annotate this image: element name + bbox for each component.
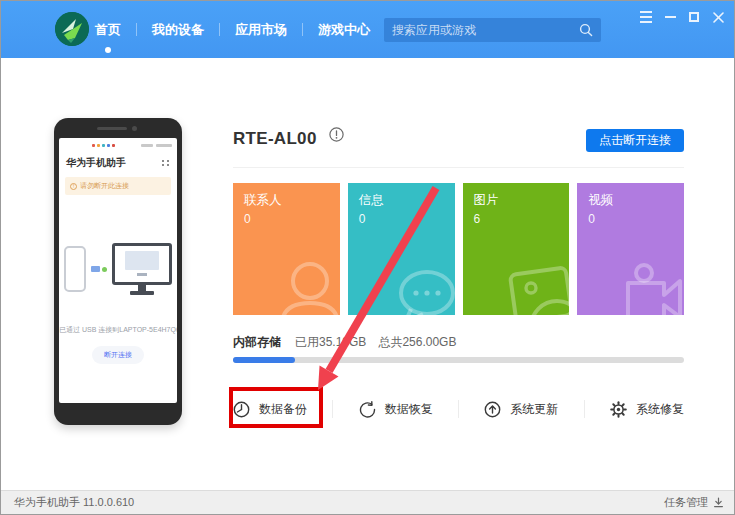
nav-label: 首页 (95, 22, 121, 37)
nav-item-home[interactable]: 首页 (93, 21, 123, 39)
phone-outline-icon (64, 246, 86, 292)
storage-label: 内部存储 (233, 334, 281, 351)
nav-divider (302, 23, 303, 36)
task-manager-button[interactable]: 任务管理 (664, 495, 724, 510)
device-info-icon[interactable] (329, 127, 344, 146)
card-count: 0 (359, 212, 444, 226)
nav-item-app-market[interactable]: 应用市场 (233, 21, 289, 39)
nav-label: 游戏中心 (318, 22, 370, 37)
usb-connection-illustration (59, 243, 177, 295)
phone-status-time (141, 144, 172, 147)
card-count: 0 (588, 212, 673, 226)
search-box (384, 18, 601, 42)
nav-label: 我的设备 (152, 22, 204, 37)
card-label: 信息 (359, 192, 444, 209)
card-label: 图片 (474, 192, 559, 209)
card-label: 联系人 (244, 192, 329, 209)
contacts-icon (270, 255, 340, 315)
phone-camera-dot (132, 126, 137, 131)
storage-progress-fill (233, 357, 295, 363)
action-divider (458, 400, 459, 418)
hisuite-window: 首页 我的设备 应用市场 游戏中心 更多服务 (0, 0, 735, 515)
storage-used: 已用35.19GB (295, 334, 366, 351)
action-label: 系统更新 (510, 401, 558, 418)
card-label: 视频 (588, 192, 673, 209)
alert-text: 请勿断开此连接 (80, 181, 129, 191)
phone-disconnect-pill: 断开连接 (92, 346, 144, 364)
nav-label: 应用市场 (235, 22, 287, 37)
backup-clock-icon (233, 401, 250, 418)
phone-app-header: 华为手机助手 (59, 150, 177, 174)
device-name: RTE-AL00 (233, 129, 317, 149)
card-pictures[interactable]: 图片 6 (463, 183, 570, 315)
maximize-button[interactable] (686, 9, 702, 25)
action-label: 数据恢复 (385, 401, 433, 418)
connected-phone-preview: 华为手机助手 ! 请勿断开此连接 已通过 USB 连接到LAPTOP-5E4H7… (54, 118, 182, 425)
action-system-update[interactable]: 系统更新 (484, 401, 558, 418)
phone-menu-icon (162, 160, 170, 166)
close-button[interactable] (710, 9, 726, 25)
card-messages[interactable]: 信息 0 (348, 183, 455, 315)
hisuite-logo-icon (55, 12, 89, 46)
monitor-icon (112, 243, 172, 295)
statusbar: 华为手机助手 11.0.0.610 任务管理 (1, 490, 735, 514)
restore-arc-icon (359, 401, 376, 418)
app-version-text: 华为手机助手 11.0.0.610 (14, 495, 134, 510)
task-manager-label: 任务管理 (664, 495, 708, 510)
download-icon (713, 497, 724, 508)
active-page-dot (105, 47, 111, 53)
disconnect-button[interactable]: 点击断开连接 (586, 129, 684, 152)
nav-divider (219, 23, 220, 36)
phone-app-title: 华为手机助手 (66, 156, 126, 170)
window-controls (638, 9, 726, 25)
nav-item-my-devices[interactable]: 我的设备 (150, 21, 206, 39)
card-contacts[interactable]: 联系人 0 (233, 183, 340, 315)
search-input[interactable] (384, 18, 579, 42)
nav-item-game-center[interactable]: 游戏中心 (316, 21, 372, 39)
storage-total: 总共256.00GB (378, 334, 456, 351)
phone-speaker (97, 127, 127, 130)
phone-statusbar (59, 138, 177, 150)
card-count: 0 (244, 212, 329, 226)
app-menu-icon[interactable] (638, 9, 654, 25)
storage-progress-bar (233, 357, 684, 363)
phone-notification-icons (92, 144, 115, 147)
repair-gear-icon (610, 401, 627, 418)
usb-cable-icon (91, 266, 107, 272)
tool-actions: 数据备份 数据恢复 系统更新 (233, 389, 684, 429)
messages-icon (385, 255, 455, 315)
phone-screen: 华为手机助手 ! 请勿断开此连接 已通过 USB 连接到LAPTOP-5E4H7… (59, 138, 177, 403)
minimize-button[interactable] (662, 9, 678, 25)
card-count: 6 (474, 212, 559, 226)
action-data-restore[interactable]: 数据恢复 (359, 401, 433, 418)
titlebar: 首页 我的设备 应用市场 游戏中心 更多服务 (1, 1, 735, 58)
card-videos[interactable]: 视频 0 (577, 183, 684, 315)
action-label: 系统修复 (636, 401, 684, 418)
action-data-backup[interactable]: 数据备份 (233, 401, 307, 418)
phone-connection-text: 已通过 USB 连接到LAPTOP-5E4H7Q6V (59, 325, 177, 335)
action-divider (584, 400, 585, 418)
alert-info-icon: ! (70, 183, 77, 190)
phone-alert-banner: ! 请勿断开此连接 (65, 177, 171, 195)
update-arrow-icon (484, 401, 501, 418)
action-divider (332, 400, 333, 418)
search-icon[interactable] (579, 23, 593, 37)
storage-info: 内部存储 已用35.19GB 总共256.00GB (233, 334, 684, 351)
header-divider (233, 167, 684, 168)
action-label: 数据备份 (259, 401, 307, 418)
nav-divider (136, 23, 137, 36)
pictures-icon (499, 255, 569, 315)
videos-icon (614, 255, 684, 315)
category-cards: 联系人 0 信息 0 图片 6 (233, 183, 684, 315)
action-system-repair[interactable]: 系统修复 (610, 401, 684, 418)
device-header: RTE-AL00 点击断开连接 (233, 127, 684, 157)
